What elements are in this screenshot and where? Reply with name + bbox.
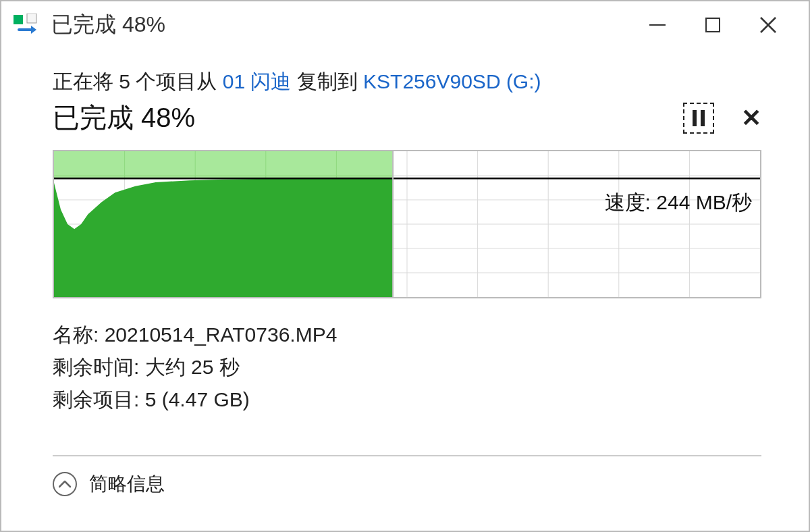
minimize-button[interactable] xyxy=(644,11,671,38)
transfer-details: 名称: 20210514_RAT0736.MP4 剩余时间: 大约 25 秒 剩… xyxy=(53,319,761,416)
destination-link[interactable]: KST256V90SD (G:) xyxy=(363,70,541,92)
copy-progress-icon xyxy=(14,14,40,36)
progress-row: 已完成 48% ✕ xyxy=(53,99,761,136)
title-bar: 已完成 48% xyxy=(1,1,809,49)
maximize-icon xyxy=(705,17,721,33)
pause-icon xyxy=(701,110,705,126)
detail-items: 剩余项目: 5 (4.47 GB) xyxy=(53,383,761,416)
speed-chart-svg xyxy=(54,151,760,297)
cancel-icon: ✕ xyxy=(741,104,761,132)
svg-rect-0 xyxy=(14,15,23,24)
detail-name-label: 名称: xyxy=(53,323,105,346)
detail-items-value: 5 (4.47 GB) xyxy=(145,388,250,410)
svg-rect-20 xyxy=(54,151,393,178)
svg-rect-1 xyxy=(27,14,36,23)
progress-actions: ✕ xyxy=(683,103,761,134)
maximize-button[interactable] xyxy=(699,11,726,38)
window-title: 已完成 48% xyxy=(51,10,165,40)
close-button[interactable] xyxy=(755,11,782,38)
detail-time-label: 剩余时间: xyxy=(53,356,145,378)
source-link[interactable]: 01 闪迪 xyxy=(223,70,292,92)
detail-time: 剩余时间: 大约 25 秒 xyxy=(53,351,761,383)
detail-name: 名称: 20210514_RAT0736.MP4 xyxy=(53,319,761,351)
cancel-button[interactable]: ✕ xyxy=(741,106,761,130)
content-area: 正在将 5 个项目从 01 闪迪 复制到 KST256V90SD (G:) 已完… xyxy=(1,49,809,510)
copy-description: 正在将 5 个项目从 01 闪迪 复制到 KST256V90SD (G:) xyxy=(53,66,761,97)
desc-mid: 复制到 xyxy=(291,70,363,92)
detail-items-label: 剩余项目: xyxy=(53,388,145,410)
chevron-up-icon xyxy=(53,472,77,496)
title-bar-left: 已完成 48% xyxy=(14,10,165,40)
pause-icon xyxy=(693,110,697,126)
desc-prefix: 正在将 5 个项目从 xyxy=(53,70,223,92)
minimize-icon xyxy=(648,16,667,34)
close-icon xyxy=(759,16,778,34)
svg-rect-3 xyxy=(706,18,720,32)
detail-time-value: 大约 25 秒 xyxy=(145,356,240,378)
brief-info-toggle[interactable]: 简略信息 xyxy=(53,456,761,510)
window-controls xyxy=(644,11,801,38)
detail-name-value: 20210514_RAT0736.MP4 xyxy=(105,323,338,346)
brief-info-label: 简略信息 xyxy=(89,471,165,497)
speed-label: 速度: 244 MB/秒 xyxy=(605,189,752,217)
pause-button[interactable] xyxy=(683,103,714,134)
speed-chart: 速度: 244 MB/秒 xyxy=(53,150,761,298)
progress-label: 已完成 48% xyxy=(53,99,195,136)
